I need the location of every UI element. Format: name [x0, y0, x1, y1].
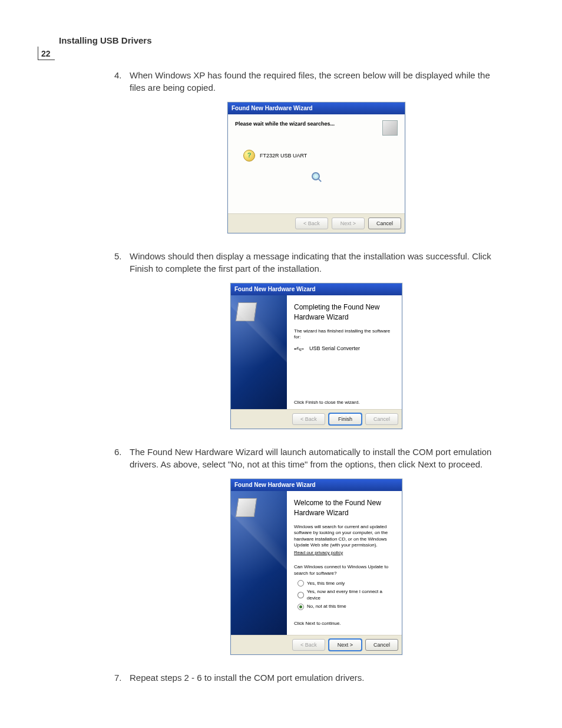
dialog-intro: Windows will search for current and upda…	[294, 524, 395, 549]
step-number: 4.	[114, 69, 122, 81]
cancel-button[interactable]: Cancel	[365, 639, 398, 651]
next-button[interactable]: Next >	[329, 639, 362, 651]
step-7: 7. Repeat steps 2 - 6 to install the COM…	[130, 671, 503, 684]
section-title: Installing USB Drivers	[59, 35, 503, 45]
privacy-link[interactable]: Read our privacy policy	[294, 550, 343, 556]
step-number: 7.	[114, 671, 122, 684]
radio-label: Yes, now and every time I connect a devi…	[307, 588, 395, 601]
back-button[interactable]: < Back	[292, 639, 325, 651]
dialog-title: Found New Hardware Wizard	[231, 479, 402, 491]
radio-icon	[297, 592, 304, 598]
radio-icon	[297, 604, 304, 610]
step-5: 5. Windows should then display a message…	[130, 250, 503, 429]
installed-text: The wizard has finished installing the s…	[294, 328, 395, 341]
usb-icon	[294, 346, 305, 352]
wizard-icon	[382, 120, 398, 136]
radio-group: Yes, this time only Yes, now and every t…	[297, 580, 395, 610]
finish-button[interactable]: Finish	[329, 413, 362, 425]
dialog-completing: Found New Hardware Wizard Completing the…	[230, 283, 402, 429]
radio-icon	[297, 580, 304, 587]
radio-no[interactable]: No, not at this time	[297, 603, 395, 610]
back-button[interactable]: < Back	[295, 218, 328, 229]
cancel-button[interactable]: Cancel	[365, 413, 398, 425]
radio-yes-always[interactable]: Yes, now and every time I connect a devi…	[297, 588, 395, 601]
svg-point-0	[294, 348, 296, 350]
step-text: The Found New Hardware Wizard will launc…	[130, 447, 491, 469]
dialog-footer: < Back Next > Cancel	[231, 635, 402, 654]
dialog-hint: Click Next to continue.	[294, 621, 395, 627]
document-page: Installing USB Drivers 22 4. When Window…	[0, 0, 562, 714]
dialog-welcome: Found New Hardware Wizard Welcome to the…	[230, 479, 402, 655]
step-4: 4. When Windows XP has found the require…	[130, 69, 503, 233]
wizard-logo-icon	[236, 302, 257, 321]
step-text: Windows should then display a message in…	[130, 251, 491, 274]
cancel-button[interactable]: Cancel	[368, 218, 401, 229]
dialog-footer: < Back Finish Cancel	[231, 409, 402, 429]
search-icon	[312, 172, 321, 182]
dialog-searching: Found New Hardware Wizard Please wait wh…	[227, 102, 405, 233]
question-icon: ?	[243, 150, 255, 162]
step-number: 5.	[114, 250, 122, 262]
device-name: USB Serial Converter	[309, 345, 360, 353]
wizard-banner	[231, 491, 287, 635]
dialog-subtitle: Please wait while the wizard searches...	[235, 120, 335, 128]
page-number: 22	[41, 49, 51, 58]
step-text: Repeat steps 2 - 6 to install the COM po…	[130, 673, 365, 683]
steps-list: 4. When Windows XP has found the require…	[130, 69, 503, 684]
back-button[interactable]: < Back	[292, 413, 325, 425]
dialog-title: Found New Hardware Wizard	[228, 103, 405, 114]
radio-yes-once[interactable]: Yes, this time only	[297, 580, 395, 587]
svg-point-1	[302, 348, 303, 350]
step-6: 6. The Found New Hardware Wizard will la…	[130, 446, 503, 655]
radio-label: Yes, this time only	[307, 580, 345, 587]
dialog-heading: Welcome to the Found New Hardware Wizard	[294, 498, 395, 518]
step-number: 6.	[114, 446, 122, 458]
wizard-logo-icon	[236, 498, 257, 517]
wizard-banner	[231, 295, 287, 409]
dialog-footer: < Back Next > Cancel	[228, 213, 405, 233]
dialog-hint: Click Finish to close the wizard.	[294, 400, 395, 406]
dialog-question: Can Windows connect to Windows Update to…	[294, 564, 395, 577]
step-text: When Windows XP has found the required f…	[130, 70, 490, 93]
next-button[interactable]: Next >	[332, 218, 365, 229]
radio-label: No, not at this time	[307, 603, 346, 610]
dialog-heading: Completing the Found New Hardware Wizard	[294, 302, 395, 322]
page-header: Installing USB Drivers 22	[59, 35, 503, 45]
device-name: FT232R USB UART	[260, 152, 307, 160]
dialog-title: Found New Hardware Wizard	[231, 284, 402, 295]
